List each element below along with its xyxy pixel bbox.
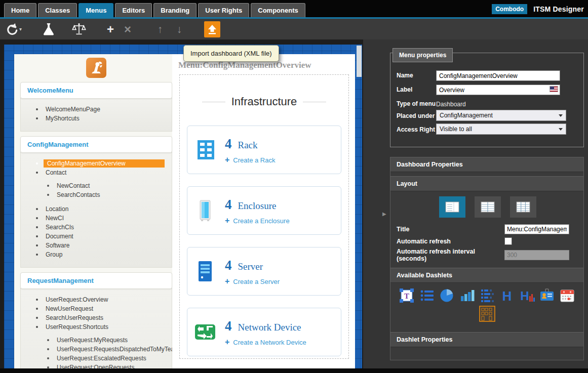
tab-editors[interactable]: Editors <box>115 3 152 17</box>
dashlet-badge-icon[interactable] <box>539 287 555 304</box>
menu-item-welcomemenupage[interactable]: WelcomeMenuPage <box>21 105 172 114</box>
access-right-select[interactable]: Visible to all <box>436 123 566 135</box>
menu-item-software[interactable]: Software <box>21 241 172 250</box>
dashboard-properties-header[interactable]: Dashboard Properties <box>390 157 583 172</box>
refresh-interval-input <box>504 250 569 260</box>
menu-item-userrequest-myrequests[interactable]: UserRequest:MyRequests <box>21 336 172 345</box>
layout-two-column-button[interactable] <box>475 196 501 218</box>
tab-menus[interactable]: Menus <box>79 3 113 17</box>
tab-classes[interactable]: Classes <box>38 3 77 17</box>
dashlet-bar-chart-icon[interactable] <box>459 287 475 304</box>
dashlet-header-chart-icon[interactable]: H <box>519 287 535 304</box>
create-link[interactable]: +Create a Server <box>225 278 280 285</box>
dashlet-properties-header[interactable]: Dashlet Properties <box>390 332 583 347</box>
menu-item-document[interactable]: Document <box>21 232 172 241</box>
menu-item-label: UserRequest:OpenRequests <box>55 363 136 368</box>
bullet-icon <box>36 226 38 228</box>
menu-item-newci[interactable]: NewCI <box>21 214 172 223</box>
compare-button[interactable] <box>71 21 87 37</box>
layout-one-column-icon <box>445 201 459 213</box>
menu-item-location[interactable]: Location <box>21 204 172 214</box>
create-link[interactable]: +Create a Enclosure <box>225 217 290 225</box>
dashlet-list-icon[interactable] <box>419 287 435 304</box>
dashboard-drop-zone[interactable]: Infrastructure 4Rack+Create a Rack 4Encl… <box>179 74 349 359</box>
tab-components[interactable]: Components <box>251 3 305 17</box>
dashlet-header-icon[interactable]: H <box>499 287 515 304</box>
main-tabs: HomeClassesMenusEditorsBrandingUser Righ… <box>4 3 305 17</box>
menu-item-newuserrequest[interactable]: NewUserRequest <box>21 304 172 313</box>
available-dashlets-header[interactable]: Available Dashlets <box>390 268 583 283</box>
delete-button[interactable]: × <box>120 21 135 37</box>
name-input[interactable] <box>436 70 560 81</box>
tab-home[interactable]: Home <box>4 3 36 17</box>
scrollbar-thumb[interactable] <box>357 46 362 77</box>
bullet-icon <box>36 254 38 256</box>
plus-icon: + <box>225 279 229 284</box>
menu-item-newcontact[interactable]: NewContact <box>21 181 172 190</box>
preview-title: Menu:ConfigManagementOverview <box>178 60 350 70</box>
menu-item-userrequest-overview[interactable]: UserRequest:Overview <box>21 295 172 304</box>
menu-item-userrequest-requestsdispatchedtomyteams[interactable]: UserRequest:RequestsDispatchedToMyTeams <box>21 345 172 354</box>
us-flag-icon[interactable] <box>550 86 558 92</box>
tab-user-rights[interactable]: User Rights <box>198 3 249 17</box>
undo-dropdown-caret[interactable]: ▾ <box>19 26 22 32</box>
add-button[interactable]: + <box>103 21 118 37</box>
plus-icon: + <box>225 157 229 162</box>
object-label[interactable]: Rack <box>238 140 258 151</box>
network-device-icon <box>193 320 217 344</box>
menu-item-configmanagementoverview[interactable]: ConfigManagementOverview <box>21 159 172 168</box>
object-count[interactable]: 4 <box>225 197 232 213</box>
dashlet-calendar-icon[interactable] <box>559 287 575 304</box>
menu-item-userrequest-openrequests[interactable]: UserRequest:OpenRequests <box>21 363 172 368</box>
import-dashboard-button[interactable] <box>204 21 220 37</box>
bullet-icon <box>36 117 38 119</box>
undo-button[interactable]: ▾ <box>5 21 22 37</box>
design-canvas: WelcomeMenuWelcomeMenuPageMyShortcutsCon… <box>0 39 363 368</box>
menu-item-searchcontacts[interactable]: SearchContacts <box>21 190 172 199</box>
dashboard-title-input[interactable] <box>504 224 569 234</box>
object-label[interactable]: Enclosure <box>238 200 277 212</box>
menu-item-userrequest-escalatedrequests[interactable]: UserRequest:EscalatedRequests <box>21 354 172 363</box>
panel-collapse-arrow[interactable]: ▶ <box>382 211 386 217</box>
layout-header[interactable]: Layout <box>390 176 583 191</box>
menu-section-configmanagement: ConfigManagementConfigManagementOverview… <box>20 136 172 268</box>
create-link[interactable]: +Create a Rack <box>225 156 275 164</box>
dashlet-custom-rack-icon[interactable] <box>479 306 495 322</box>
auto-refresh-checkbox[interactable] <box>504 237 512 245</box>
menu-item-searchcis[interactable]: SearchCIs <box>21 223 172 232</box>
placed-under-select[interactable]: ConfigManagement <box>436 110 566 121</box>
dashlet-pie-chart-icon[interactable] <box>439 287 455 304</box>
menu-item-group[interactable]: Group <box>21 250 172 259</box>
tooltip: Import dashboard (XML file) <box>183 45 279 62</box>
menu-section-welcomemenu: WelcomeMenuWelcomeMenuPageMyShortcuts <box>20 82 172 132</box>
object-count[interactable]: 4 <box>225 318 232 334</box>
tab-branding[interactable]: Branding <box>153 3 197 17</box>
menu-item-myshortcuts[interactable]: MyShortcuts <box>21 114 172 123</box>
combodo-badge: Combodo <box>492 4 527 14</box>
type-of-menu-value: Dashboard <box>436 99 466 108</box>
menu-section-title[interactable]: RequestManagement <box>20 272 172 289</box>
dashlet-text-icon[interactable]: T <box>399 287 415 304</box>
bullet-icon <box>47 185 49 187</box>
menu-section-title[interactable]: WelcomeMenu <box>20 82 172 99</box>
move-up-button[interactable]: ↑ <box>152 21 168 37</box>
menu-item-userrequest-shortcuts[interactable]: UserRequest:Shortcuts <box>21 322 172 331</box>
object-count[interactable]: 4 <box>225 136 232 152</box>
move-down-button[interactable]: ↓ <box>172 21 187 37</box>
object-count[interactable]: 4 <box>225 258 232 273</box>
type-of-menu-label: Type of menu <box>397 99 436 108</box>
label-input[interactable] <box>436 85 560 95</box>
layout-one-column-button[interactable] <box>439 196 465 218</box>
bullet-icon <box>47 348 49 350</box>
menu-item-contact[interactable]: Contact <box>21 168 172 177</box>
layout-three-column-button[interactable] <box>510 196 536 218</box>
sandbox-button[interactable] <box>41 21 56 37</box>
menu-section-requestmanagement: RequestManagementUserRequest:OverviewNew… <box>20 272 172 368</box>
object-label[interactable]: Network Device <box>238 322 301 333</box>
menu-item-searchuserrequests[interactable]: SearchUserRequests <box>21 313 172 322</box>
menu-item-label: Contact <box>44 169 68 177</box>
create-link[interactable]: +Create a Network Device <box>225 339 306 346</box>
object-label[interactable]: Server <box>238 261 263 272</box>
menu-section-title[interactable]: ConfigManagement <box>20 136 172 153</box>
dashlet-group-by-icon[interactable] <box>479 287 495 304</box>
